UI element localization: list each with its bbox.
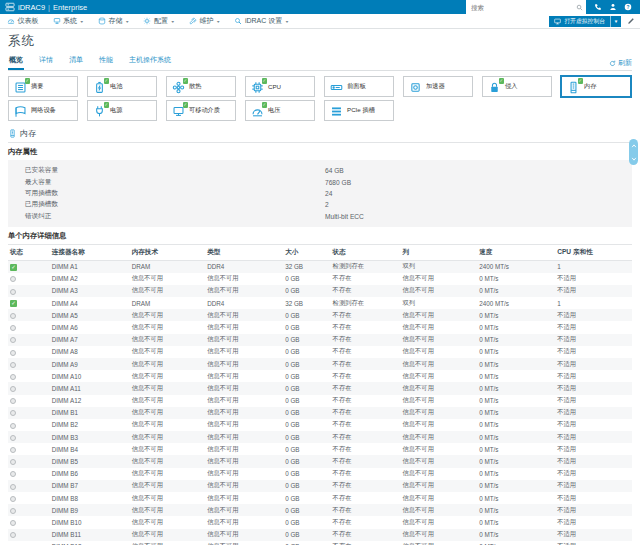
menu-item-system[interactable]: 系统▼ — [53, 16, 84, 26]
health-ok-badge: ✓ — [25, 78, 31, 84]
scroll-widget — [629, 139, 638, 165]
brand-name: iDRAC9 — [18, 3, 45, 12]
tab-1[interactable]: 概览 — [8, 53, 24, 70]
attribute-row: 错误纠正Multi-bit ECC — [25, 211, 632, 222]
chevron-down-icon: ▼ — [125, 19, 129, 23]
cell-connector-name: DIMM A9 — [50, 358, 130, 370]
table-row: DIMM A7信息不可用信息不可用0 GB不存在信息不可用0 MT/s不适用 — [8, 334, 632, 346]
menu-item-dashboard[interactable]: 仪表板 — [7, 16, 39, 26]
scroll-down-button[interactable] — [629, 152, 638, 165]
tile-summary[interactable]: ✓摘要 — [8, 76, 78, 97]
tile-label: 电压 — [268, 106, 280, 115]
status-unknown-icon — [10, 496, 16, 502]
tile-power[interactable]: ✓电源 — [87, 100, 157, 121]
cell-rank: 信息不可用 — [400, 407, 477, 419]
cell-state: 不存在 — [331, 468, 401, 480]
cell-status — [8, 541, 50, 545]
table-row: DIMM A10信息不可用信息不可用0 GB不存在信息不可用0 MT/s不适用 — [8, 370, 632, 382]
refresh-link[interactable]: 刷新 — [609, 58, 632, 70]
menu-item-idrac-settings[interactable]: iDRAC 设置▼ — [234, 16, 289, 26]
cell-rank: 信息不可用 — [400, 321, 477, 333]
tile-cpu[interactable]: ✓CPU — [245, 76, 315, 97]
cell-memory-technology: 信息不可用 — [130, 541, 206, 545]
cell-memory-technology: 信息不可用 — [130, 285, 206, 297]
support-phone-icon[interactable] — [594, 3, 602, 11]
cell-cpu-affinity: 不适用 — [555, 395, 632, 407]
tile-intrusion[interactable]: ✓侵入 — [482, 76, 552, 97]
tile-accelerator[interactable]: 加速器 — [403, 76, 473, 97]
cell-status — [8, 346, 50, 358]
cell-cpu-affinity: 不适用 — [555, 419, 632, 431]
search-icon[interactable] — [576, 4, 583, 11]
cell-type: 信息不可用 — [205, 468, 283, 480]
cell-speed: 2400 MT/s — [477, 260, 555, 272]
status-unknown-icon — [10, 532, 16, 538]
cell-connector-name: DIMM A1 — [50, 260, 130, 272]
tile-front-panel[interactable]: 前面板 — [324, 76, 394, 97]
network-devices-icon — [14, 105, 27, 118]
refresh-icon — [609, 60, 616, 67]
tab-4[interactable]: 性能 — [98, 53, 114, 70]
attribute-row: 已安装容量64 GB — [25, 165, 632, 176]
cell-speed: 0 MT/s — [477, 370, 555, 382]
table-row: DIMM A11信息不可用信息不可用0 GB不存在信息不可用0 MT/s不适用 — [8, 382, 632, 394]
tile-memory[interactable]: ✓内存 — [561, 76, 631, 97]
edit-pencil-icon[interactable] — [627, 17, 635, 25]
user-icon[interactable] — [609, 3, 617, 11]
menu-item-storage[interactable]: 存储▼ — [98, 16, 129, 26]
cell-state: 不存在 — [331, 382, 401, 394]
menu-item-maintenance[interactable]: 维护▼ — [189, 16, 220, 26]
cell-type: 信息不可用 — [205, 382, 283, 394]
tile-network-devices[interactable]: 网络设备 — [8, 100, 78, 121]
tab-2[interactable]: 详情 — [38, 53, 54, 70]
cell-connector-name: DIMM B9 — [50, 504, 130, 516]
table-row: DIMM B9信息不可用信息不可用0 GB不存在信息不可用0 MT/s不适用 — [8, 504, 632, 516]
tile-label: 网络设备 — [31, 106, 56, 115]
dimm-table: 状态连接器名称内存技术类型大小状态列速度CPU 亲和性 ✓DIMM A1DRAM… — [8, 244, 632, 545]
cell-type: 信息不可用 — [205, 419, 283, 431]
tile-battery[interactable]: ✓电池 — [87, 76, 157, 97]
console-monitor-icon — [554, 18, 561, 25]
tab-3[interactable]: 清单 — [68, 53, 84, 70]
cell-type: 信息不可用 — [205, 273, 283, 285]
cell-rank: 信息不可用 — [400, 382, 477, 394]
cell-state: 不存在 — [331, 334, 401, 346]
tile-cooling[interactable]: ✓散热 — [166, 76, 236, 97]
help-icon[interactable]: ? — [624, 3, 632, 11]
cell-speed: 0 MT/s — [477, 431, 555, 443]
tabs-row: 概览详情清单性能主机操作系统 刷新 — [8, 53, 632, 71]
cell-status — [8, 407, 50, 419]
cell-state: 不存在 — [331, 285, 401, 297]
cell-type: DDR4 — [205, 297, 283, 309]
cell-status — [8, 395, 50, 407]
cell-status — [8, 455, 50, 467]
tile-label: 散热 — [189, 82, 201, 91]
chevron-down-icon: ▼ — [285, 19, 289, 23]
page-title: 系统 — [8, 33, 632, 50]
cell-size: 0 GB — [283, 480, 330, 492]
cell-rank: 信息不可用 — [400, 504, 477, 516]
menu-item-config[interactable]: 配置▼ — [143, 16, 174, 26]
tile-voltage[interactable]: ✓电压 — [245, 100, 315, 121]
search-input[interactable] — [471, 4, 576, 11]
cell-size: 0 GB — [283, 382, 330, 394]
console-dropdown-button[interactable]: ▼ — [610, 16, 621, 27]
cell-cpu-affinity: 不适用 — [555, 382, 632, 394]
status-unknown-icon — [10, 435, 16, 441]
menu-item-label: iDRAC 设置 — [245, 16, 282, 26]
cell-size: 0 GB — [283, 468, 330, 480]
menu-bar: 仪表板系统▼存储▼配置▼维护▼iDRAC 设置▼ 打开虚拟控制台 ▼ — [0, 14, 640, 29]
status-unknown-icon — [10, 276, 16, 282]
cell-state: 不存在 — [331, 443, 401, 455]
dimm-table-header-row: 状态连接器名称内存技术类型大小状态列速度CPU 亲和性 — [8, 244, 632, 260]
console-button-label: 打开虚拟控制台 — [564, 17, 605, 26]
scroll-up-button[interactable] — [629, 139, 638, 152]
cell-speed: 0 MT/s — [477, 285, 555, 297]
tile-removable-media[interactable]: ✓可移动介质 — [166, 100, 236, 121]
tile-pcie-slots[interactable]: PCIe 插槽 — [324, 100, 394, 121]
table-row: DIMM B8信息不可用信息不可用0 GB不存在信息不可用0 MT/s不适用 — [8, 492, 632, 504]
table-row: ✓DIMM A4DRAMDDR432 GB检测到存在双列2400 MT/s1 — [8, 297, 632, 309]
open-virtual-console-button[interactable]: 打开虚拟控制台 — [549, 16, 610, 27]
cell-memory-technology: 信息不可用 — [130, 370, 206, 382]
tab-5[interactable]: 主机操作系统 — [128, 53, 172, 70]
